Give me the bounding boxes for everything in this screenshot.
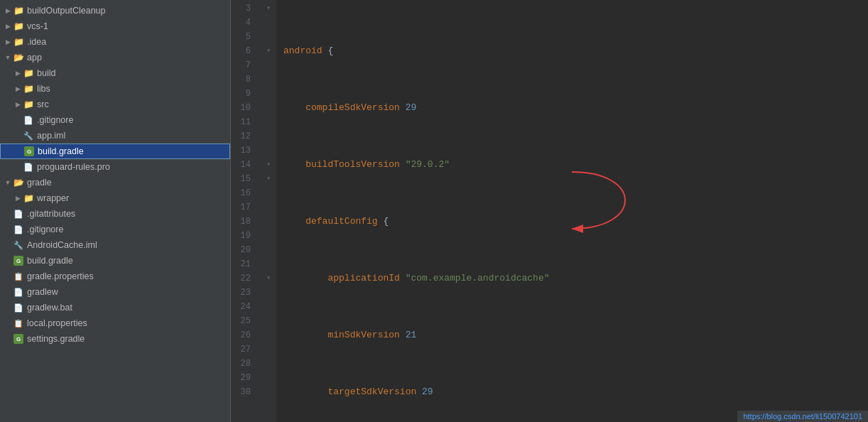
sidebar-item-local-properties[interactable]: 📋 local.properties <box>0 315 230 331</box>
code-line-3: android { <box>283 44 861 58</box>
sidebar-item-build-gradle-app[interactable]: G build.gradle <box>0 144 230 159</box>
line-num: 16 <box>231 186 255 200</box>
sidebar-item-libs[interactable]: libs <box>0 81 230 97</box>
file-icon: 📄 <box>23 162 34 172</box>
file-icon: 📄 <box>23 115 34 125</box>
sidebar-item-label: local.properties <box>27 318 87 328</box>
sidebar-item-gitattributes[interactable]: 📄 .gitattributes <box>0 206 230 222</box>
fold-empty <box>261 115 276 129</box>
sidebar-item-label: libs <box>37 84 50 94</box>
tree-arrow <box>3 54 13 61</box>
line-num: 23 <box>231 286 255 300</box>
sidebar-item-label: src <box>37 99 49 109</box>
fold-empty <box>261 30 276 44</box>
line-numbers: 3 4 5 6 7 8 9 10 11 12 13 14 15 16 17 18… <box>231 0 261 422</box>
tree-arrow <box>3 23 13 30</box>
sidebar-item-wrapper[interactable]: wrapper <box>0 190 230 206</box>
code-line-9: targetSdkVersion 29 <box>283 385 861 399</box>
sidebar-item-build-gradle-root[interactable]: G build.gradle <box>0 253 230 269</box>
file-icon: 📄 <box>13 287 24 297</box>
fold-marker[interactable]: ▾ <box>261 172 276 186</box>
fold-empty <box>261 243 276 257</box>
line-num: 22 <box>231 271 255 286</box>
line-num: 15 <box>231 172 255 186</box>
line-num: 12 <box>231 129 255 144</box>
sidebar-item-gradle-folder[interactable]: gradle <box>0 175 230 190</box>
fold-marker[interactable]: ▾ <box>261 44 276 58</box>
sidebar-item-gradlew-bat[interactable]: 📄 gradlew.bat <box>0 300 230 315</box>
file-icon: 📄 <box>13 224 24 234</box>
fold-empty <box>261 328 276 342</box>
fold-marker[interactable]: ▾ <box>261 271 276 286</box>
sidebar-item-app-iml[interactable]: 🔧 app.iml <box>0 128 230 144</box>
tree-arrow <box>13 101 23 108</box>
fold-empty <box>261 300 276 314</box>
line-num: 6 <box>231 44 255 58</box>
sidebar-item-proguard[interactable]: 📄 proguard-rules.pro <box>0 159 230 175</box>
sidebar-item-gitignore-app[interactable]: 📄 .gitignore <box>0 112 230 128</box>
sidebar-item-src[interactable]: src <box>0 97 230 112</box>
fold-marker[interactable]: ▾ <box>261 158 276 172</box>
sidebar-item-settings-gradle[interactable]: G settings.gradle <box>0 331 230 347</box>
folder-icon <box>13 6 24 16</box>
line-num: 10 <box>231 101 255 115</box>
gradle-icon: G <box>13 256 24 266</box>
fold-empty <box>261 72 276 87</box>
fold-empty <box>261 215 276 229</box>
sidebar-item-build[interactable]: build <box>0 65 230 81</box>
sidebar-item-label: build <box>37 68 55 78</box>
sidebar-item-gradle-properties[interactable]: 📋 gradle.properties <box>0 269 230 284</box>
line-num: 13 <box>231 144 255 158</box>
sidebar-item-label: .idea <box>27 37 46 47</box>
line-num: 27 <box>231 342 255 357</box>
folder-icon <box>23 68 34 78</box>
fold-empty <box>261 357 276 371</box>
properties-icon: 📋 <box>13 318 24 328</box>
sidebar-item-vcs1[interactable]: vcs-1 <box>0 18 230 34</box>
code-line-7: applicationId "com.example.androidcache" <box>283 271 861 286</box>
gradle-icon: G <box>13 334 24 344</box>
fold-empty <box>261 257 276 271</box>
sidebar-item-label: app <box>27 53 42 63</box>
code-line-5: buildToolsVersion "29.0.2" <box>283 158 861 172</box>
sidebar-item-label: buildOutputCleanup <box>27 6 106 16</box>
tree-arrow <box>13 85 23 92</box>
sidebar-item-buildoutputcleanup[interactable]: buildOutputCleanup <box>0 3 230 18</box>
sidebar-item-app[interactable]: app <box>0 50 230 65</box>
fold-empty <box>261 229 276 243</box>
sidebar-item-label: wrapper <box>37 193 69 203</box>
iml-icon: 🔧 <box>23 131 34 141</box>
code-editor: 3 4 5 6 7 8 9 10 11 12 13 14 15 16 17 18… <box>231 0 868 422</box>
sidebar-item-label: AndroidCache.iml <box>27 240 97 250</box>
line-num: 5 <box>231 30 255 44</box>
fold-empty <box>261 16 276 30</box>
folder-icon <box>23 193 34 203</box>
sidebar-item-label: build.gradle <box>27 256 73 266</box>
code-line-4: compileSdkVersion 29 <box>283 101 861 115</box>
sidebar-item-idea[interactable]: .idea <box>0 34 230 50</box>
editor-area[interactable]: 3 4 5 6 7 8 9 10 11 12 13 14 15 16 17 18… <box>231 0 868 422</box>
code-content: android { compileSdkVersion 29 buildTool… <box>276 0 868 422</box>
tree-arrow <box>3 38 13 45</box>
fold-empty <box>261 144 276 158</box>
folder-icon <box>23 84 34 94</box>
fold-empty <box>261 186 276 200</box>
sidebar-item-androidcache-iml[interactable]: 🔧 AndroidCache.iml <box>0 237 230 253</box>
fold-gutter: ▾ ▾ ▾ ▾ ▾ <box>261 0 276 422</box>
sidebar-item-gradlew[interactable]: 📄 gradlew <box>0 284 230 300</box>
line-num: 17 <box>231 200 255 215</box>
sidebar-item-label: gradle <box>27 178 52 188</box>
line-num: 25 <box>231 314 255 328</box>
line-num: 20 <box>231 243 255 257</box>
line-num: 19 <box>231 229 255 243</box>
sidebar-item-gitignore-root[interactable]: 📄 .gitignore <box>0 222 230 237</box>
line-num: 26 <box>231 328 255 342</box>
fold-empty <box>261 385 276 399</box>
sidebar-item-label: gradle.properties <box>27 271 94 281</box>
tree-arrow <box>3 7 13 14</box>
fold-empty <box>261 342 276 357</box>
properties-icon: 📋 <box>13 271 24 281</box>
tree-arrow <box>3 179 13 186</box>
fold-marker[interactable]: ▾ <box>261 1 276 16</box>
sidebar-item-label: .gitignore <box>37 115 73 125</box>
